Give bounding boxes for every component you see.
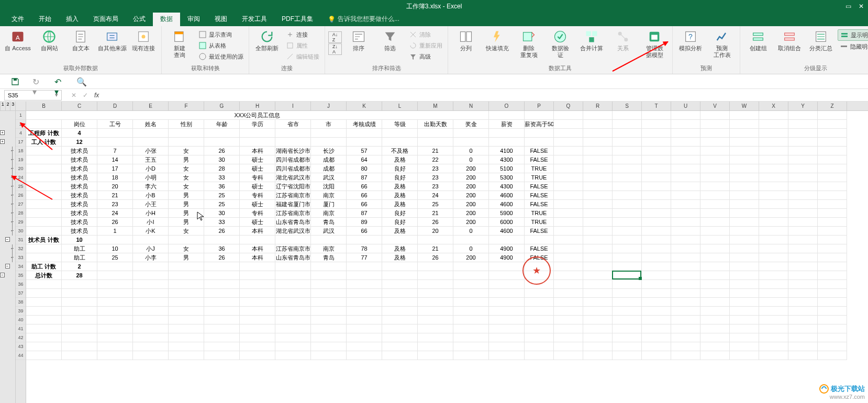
row-headers[interactable]: 1241718192024252627282930313233343536373…	[16, 102, 26, 403]
save-icon[interactable]	[10, 77, 20, 86]
refresh-all-button[interactable]: 全部刷新	[252, 27, 282, 52]
filter-icon	[383, 29, 397, 44]
text-file-icon	[73, 29, 88, 44]
sort-asc-button[interactable]: A↓Z	[328, 31, 342, 43]
bulb-icon: 💡	[328, 16, 336, 23]
tab-data[interactable]: 数据	[153, 12, 180, 26]
outline-pane[interactable]: 123 ++−−−	[0, 102, 16, 403]
from-other-button[interactable]: 自其他来源	[97, 27, 127, 52]
svg-point-38	[820, 385, 828, 393]
tab-insert[interactable]: 插入	[59, 12, 86, 26]
redo-icon[interactable]: ↻ ▾	[32, 77, 42, 86]
tab-view[interactable]: 视图	[207, 12, 235, 26]
from-table-button[interactable]: 从表格	[196, 40, 246, 51]
filter-button[interactable]: 筛选	[375, 27, 405, 52]
formula-input[interactable]	[104, 90, 868, 100]
show-queries-button[interactable]: 显示查询	[196, 29, 246, 40]
sort-button[interactable]: 排序	[344, 27, 373, 52]
recent-icon	[198, 52, 207, 61]
datamodel-icon	[647, 29, 662, 44]
from-table-icon	[198, 41, 207, 50]
clear-icon	[409, 30, 417, 39]
quick-access-toolbar: ↻ ▾ ↶ ▾ 🔍	[0, 74, 868, 89]
fx-icon[interactable]: fx	[94, 92, 99, 99]
data-validation-button[interactable]: 数据验 证	[546, 27, 575, 59]
clear-filter-button[interactable]: 清除	[407, 29, 444, 40]
from-text-button[interactable]: 自文本	[66, 27, 95, 52]
tab-formulas[interactable]: 公式	[126, 12, 153, 26]
reapply-button[interactable]: 重新应用	[407, 40, 444, 51]
sort-icon	[351, 29, 366, 44]
edit-links-button[interactable]: 编辑链接	[284, 51, 321, 62]
forecast-icon	[715, 29, 729, 44]
relationships-button[interactable]: 关系	[608, 27, 638, 52]
svg-rect-32	[841, 33, 848, 35]
watermark: 极光下载站 www.xz7.com	[819, 384, 865, 400]
subtotal-button[interactable]: 分类汇总	[806, 27, 836, 52]
undo-icon[interactable]: ↶ ▾	[54, 77, 64, 86]
chevron-down-icon[interactable]: ▾	[55, 92, 58, 98]
recent-sources-button[interactable]: 最近使用的源	[196, 51, 246, 62]
window-close-icon[interactable]: ✕	[859, 3, 864, 10]
svg-rect-15	[466, 32, 471, 42]
new-query-button[interactable]: 新建 查询	[165, 27, 194, 59]
svg-rect-16	[524, 32, 532, 41]
subtotal-icon	[814, 29, 828, 44]
group-button[interactable]: 创建组	[743, 27, 773, 52]
ttc-icon	[459, 29, 473, 44]
svg-rect-34	[841, 46, 847, 47]
group-get-transform: 新建 查询 显示查询 从表格 最近使用的源 获取和转换	[162, 26, 249, 74]
group-external-data: A自 Access 自网站 自文本 自其他来源 现有连接 获取外部数据	[0, 26, 162, 74]
connections-button[interactable]: 连接	[284, 29, 321, 40]
existing-conn-button[interactable]: 现有连接	[129, 27, 158, 52]
confirm-icon[interactable]: ✓	[83, 92, 88, 99]
tab-developer[interactable]: 开发工具	[235, 12, 274, 26]
cursor-icon	[197, 211, 205, 222]
print-preview-icon[interactable]: 🔍	[76, 77, 86, 86]
text-to-columns-button[interactable]: 分列	[451, 27, 481, 52]
properties-button[interactable]: 属性	[284, 40, 321, 51]
worksheet-area: 123 ++−−− 124171819202425262728293031323…	[0, 102, 868, 403]
group-label: 预测	[676, 63, 737, 74]
existing-conn-icon	[136, 29, 151, 44]
editlink-icon	[286, 52, 294, 61]
advanced-icon	[409, 52, 417, 61]
name-box[interactable]: S35 ▾	[4, 90, 62, 100]
group-label: 分级显示	[743, 63, 868, 74]
flash-fill-button[interactable]: 快速填充	[483, 27, 512, 52]
svg-point-6	[142, 35, 146, 39]
show-detail-button[interactable]: 显示明细数据	[838, 29, 868, 41]
window-restore-icon[interactable]: ▭	[845, 3, 851, 10]
remove-duplicates-button[interactable]: 删除 重复项	[514, 27, 543, 59]
hide-detail-button[interactable]: 隐藏明细数据	[838, 41, 868, 52]
from-web-button[interactable]: 自网站	[35, 27, 64, 52]
column-headers[interactable]: BCDEFGHIJKLMNOPQRSTUVWXYZ	[26, 102, 868, 111]
tab-review[interactable]: 审阅	[180, 12, 207, 26]
props-icon	[286, 41, 294, 50]
tab-file[interactable]: 文件	[4, 12, 31, 26]
tab-pdf[interactable]: PDF工具集	[274, 12, 320, 26]
svg-rect-9	[199, 31, 206, 38]
svg-rect-14	[461, 32, 465, 42]
sort-desc-button[interactable]: Z↓A	[328, 43, 342, 55]
formula-bar: S35 ▾ ✕ ✓ fx	[0, 89, 868, 102]
ungroup-button[interactable]: 取消组合	[775, 27, 804, 52]
consolidate-button[interactable]: 合并计算	[577, 27, 606, 52]
tell-me[interactable]: 💡 告诉我您想要做什么...	[320, 12, 407, 26]
svg-rect-37	[14, 79, 17, 81]
hide-detail-icon	[840, 42, 848, 51]
what-if-button[interactable]: ?模拟分析	[676, 27, 705, 52]
advanced-filter-button[interactable]: 高级	[407, 51, 444, 62]
group-icon	[751, 29, 765, 44]
svg-text:?: ?	[688, 32, 693, 41]
group-label: 数据工具	[451, 63, 669, 74]
grid[interactable]: BCDEFGHIJKLMNOPQRSTUVWXYZ XXX公司员工信息岗位工号姓…	[26, 102, 868, 403]
consolidate-icon	[584, 29, 599, 44]
tab-home[interactable]: 开始	[31, 12, 59, 26]
title-bar: 工作簿3.xlsx - Excel ▭ ✕	[0, 0, 868, 13]
cancel-icon[interactable]: ✕	[71, 92, 76, 99]
tab-pagelayout[interactable]: 页面布局	[86, 12, 126, 26]
forecast-sheet-button[interactable]: 预测 工作表	[707, 27, 737, 59]
svg-rect-33	[841, 36, 848, 37]
from-access-button[interactable]: A自 Access	[3, 27, 32, 52]
